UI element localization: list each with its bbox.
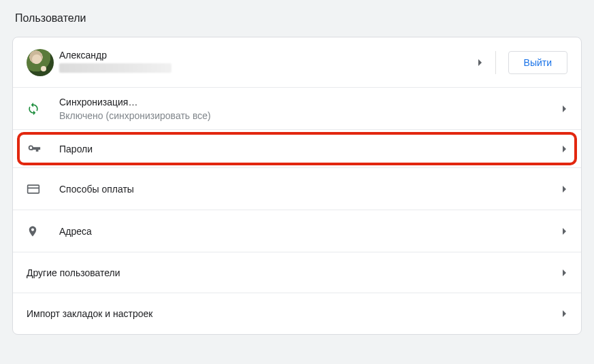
chevron-right-icon (562, 145, 567, 153)
passwords-row[interactable]: Пароли (13, 130, 581, 168)
page-title: Пользователи (15, 12, 582, 24)
sync-title: Синхронизация… (59, 97, 557, 107)
passwords-title: Пароли (59, 144, 557, 154)
other-users-title: Другие пользователи (27, 267, 557, 278)
chevron-right-icon (562, 227, 567, 235)
svg-rect-0 (28, 185, 39, 193)
key-icon (27, 142, 59, 156)
chevron-right-icon (562, 269, 567, 277)
other-users-row[interactable]: Другие пользователи (13, 252, 581, 293)
location-pin-icon (27, 224, 59, 239)
payment-title: Способы оплаты (59, 184, 557, 195)
divider (495, 51, 496, 74)
credit-card-icon (27, 182, 59, 196)
sign-out-button[interactable]: Выйти (508, 51, 567, 74)
payment-methods-row[interactable]: Способы оплаты (13, 168, 581, 210)
user-info: Александр (59, 50, 472, 75)
sync-subtitle: Включено (синхронизировать все) (59, 110, 557, 121)
sync-icon (27, 102, 59, 116)
user-account-row[interactable]: Александр Выйти (13, 37, 581, 88)
chevron-right-icon (562, 310, 567, 318)
import-title: Импорт закладок и настроек (27, 308, 557, 319)
chevron-right-icon (562, 105, 567, 113)
avatar (27, 49, 59, 76)
addresses-row[interactable]: Адреса (13, 210, 581, 252)
addresses-title: Адреса (59, 226, 557, 237)
user-email-redacted (59, 63, 472, 75)
chevron-right-icon (562, 185, 567, 193)
settings-card: Александр Выйти Синхронизация… Включено … (12, 37, 582, 335)
chevron-right-icon (478, 59, 483, 67)
user-name: Александр (59, 50, 472, 61)
sync-row[interactable]: Синхронизация… Включено (синхронизироват… (13, 88, 581, 130)
import-bookmarks-row[interactable]: Импорт закладок и настроек (13, 293, 581, 334)
